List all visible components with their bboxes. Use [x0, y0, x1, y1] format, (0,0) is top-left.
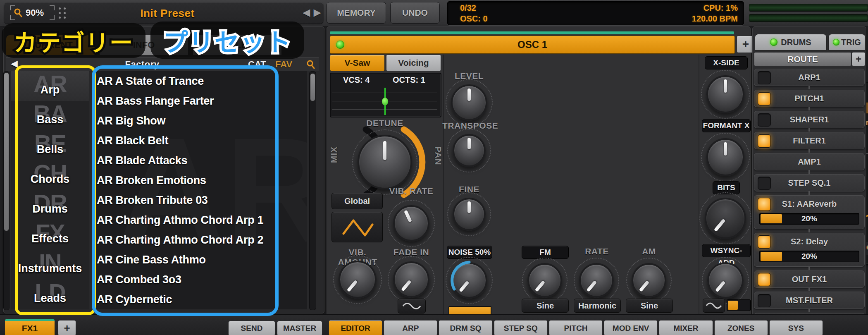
rate-wave-button[interactable]: Harmonic [574, 299, 621, 313]
wsync-add-knob[interactable] [707, 262, 744, 299]
osc-header[interactable]: OSC 1 [330, 36, 735, 54]
route-item[interactable]: ARP1 [754, 69, 865, 86]
browser-tab[interactable]: CURRENT [6, 35, 95, 55]
add-fx-tab-button[interactable]: + [58, 320, 76, 335]
route-item[interactable]: FILTER1 [754, 132, 865, 149]
add-route-button[interactable]: + [851, 52, 866, 66]
route-level-slider[interactable]: 20% [759, 213, 859, 225]
category-scrollbar[interactable] [3, 71, 10, 310]
back-icon[interactable]: ◀ [11, 58, 18, 69]
route-item[interactable]: SHAPER1 [754, 111, 865, 128]
fx1-tab[interactable]: FX1 [5, 319, 55, 335]
route-checkbox[interactable] [758, 71, 771, 84]
am-knob[interactable] [632, 263, 666, 298]
preset-item[interactable]: AR Cybernetic [93, 290, 307, 309]
browser-tab[interactable]: INFO [99, 35, 188, 55]
rate-knob[interactable] [579, 263, 614, 298]
page-tab[interactable]: ARP [384, 320, 437, 335]
page-tab[interactable]: MOD ENV [604, 320, 658, 335]
category-item[interactable]: CH Chords [11, 160, 89, 190]
osc-mode-tab[interactable]: Voicing [386, 55, 441, 71]
category-item[interactable]: FX Effects [11, 220, 89, 250]
preset-scrollbar-thumb[interactable] [310, 73, 315, 101]
noise-knob[interactable] [451, 262, 487, 299]
detune-knob[interactable] [358, 135, 412, 189]
search-icon[interactable] [306, 60, 316, 69]
category-item[interactable]: IN Instruments [11, 250, 89, 280]
send-rack-button[interactable]: SEND RACK [228, 321, 275, 335]
route-level-slider[interactable]: 20% [759, 251, 859, 262]
route-checkbox[interactable] [758, 92, 771, 105]
route-checkbox[interactable] [758, 198, 771, 211]
route-item-label: AMP1 [754, 153, 864, 170]
page-tab[interactable]: DRM SQ [439, 320, 492, 335]
category-item[interactable]: LD Leads [11, 280, 89, 309]
master-fx-button[interactable]: MASTER FX [277, 321, 322, 335]
x-side-label[interactable]: X-SIDE [705, 56, 748, 69]
fav-filter-button[interactable]: FAV [275, 59, 292, 70]
memory-button[interactable]: MEMORY [327, 2, 386, 24]
fade-in-knob[interactable] [393, 261, 429, 298]
route-item[interactable]: AMP1 [754, 153, 865, 170]
next-preset-button[interactable]: ▶ [313, 7, 321, 17]
fm-knob[interactable] [527, 263, 562, 298]
fade-wave-selector[interactable] [398, 299, 426, 313]
route-checkbox[interactable] [758, 134, 771, 148]
category-item[interactable]: BE Bells [11, 131, 89, 160]
bank-name[interactable]: Factory [31, 59, 254, 70]
page-tab[interactable]: SYS [769, 320, 823, 335]
formant-x-knob[interactable] [706, 138, 744, 176]
osc-mode-tab[interactable]: V-Saw [330, 55, 385, 71]
route-checkbox[interactable] [758, 273, 771, 286]
route-item[interactable]: PITCH1 [754, 90, 865, 107]
category-scrollbar-thumb[interactable] [4, 72, 9, 231]
am-wave-button[interactable]: Sine [626, 299, 673, 313]
route-checkbox[interactable] [758, 294, 771, 307]
route-checkbox[interactable] [758, 113, 771, 127]
voice-spread-display[interactable]: VCS: 4 OCTS: 1 [330, 73, 441, 117]
page-tab[interactable]: MIXER [659, 320, 713, 335]
category-label: Arp [11, 84, 89, 96]
ui-zoom-control[interactable]: 90% [10, 5, 55, 20]
category-item[interactable]: DR Drums [11, 190, 89, 220]
preset-item[interactable]: AR A State of Trance [93, 71, 307, 91]
route-checkbox[interactable] [758, 177, 771, 190]
vib-rate-knob[interactable] [393, 205, 429, 242]
spread-marker-dot[interactable] [382, 98, 388, 105]
level-knob[interactable] [451, 84, 487, 121]
page-tab[interactable]: ZONES [714, 320, 768, 335]
vibrato-wave-selector[interactable] [331, 212, 383, 242]
undo-button[interactable]: UNDO [390, 2, 440, 24]
route-item[interactable]: STEP SQ.1 [754, 174, 865, 191]
trig-tab[interactable]: TRIG [828, 34, 866, 50]
wsync-add-label[interactable]: WSYNC-ADD [702, 244, 751, 257]
vib-amount-knob[interactable] [339, 261, 377, 299]
prev-preset-button[interactable]: ◀ [303, 7, 310, 17]
global-button[interactable]: Global [331, 193, 383, 209]
drag-handle-icon[interactable] [59, 7, 66, 19]
route-item[interactable]: S1: AAReverb 20% [754, 195, 865, 229]
route-checkbox[interactable] [758, 235, 771, 249]
category-item[interactable]: BA Bass [11, 101, 89, 131]
formant-x-label[interactable]: FORMANT X [702, 119, 751, 132]
wsync-amount-slider[interactable] [727, 299, 751, 311]
browser-tab[interactable]: FILE [193, 35, 282, 55]
transpose-knob[interactable] [453, 134, 486, 167]
preset-scrollbar[interactable] [309, 71, 316, 310]
x-side-knob[interactable] [706, 75, 744, 113]
wsync-wave-selector[interactable] [703, 299, 725, 313]
route-item[interactable]: MST.FILTER [754, 292, 865, 309]
route-item[interactable]: S2: Delay 20% [754, 233, 865, 267]
drums-tab[interactable]: DRUMS [755, 34, 827, 50]
bits-knob[interactable] [705, 198, 746, 239]
route-panel: DRUMS TRIG ROUTE + ARP1 PITCH1 [752, 26, 866, 318]
route-item[interactable]: OUT FX1 [754, 270, 865, 288]
cat-sort-button[interactable]: CAT [248, 59, 266, 70]
page-tab[interactable]: PITCH [549, 320, 603, 335]
fm-label[interactable]: FM [522, 246, 569, 259]
fine-knob[interactable] [453, 198, 486, 231]
page-tab[interactable]: STEP SQ [494, 320, 548, 335]
category-item[interactable]: AR Arp [11, 71, 89, 101]
page-tab[interactable]: EDITOR [329, 320, 382, 335]
fm-wave-button[interactable]: Sine [522, 299, 569, 313]
